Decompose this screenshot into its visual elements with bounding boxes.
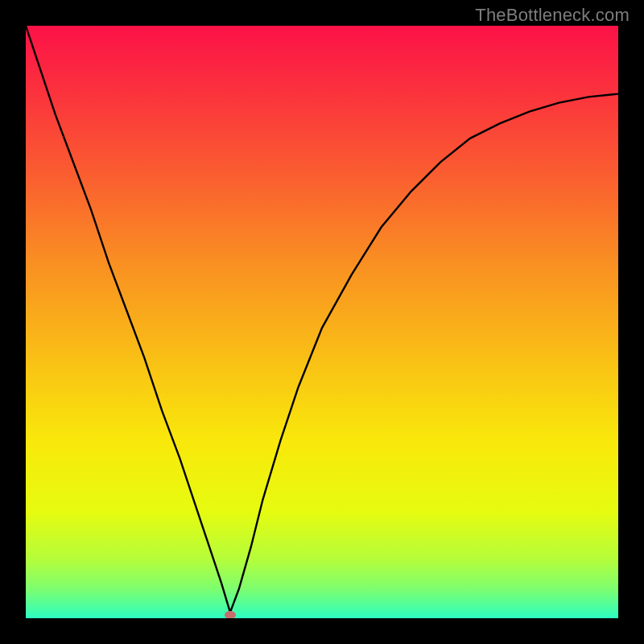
watermark-text: TheBottleneck.com — [475, 5, 630, 26]
bottleneck-curve — [26, 26, 618, 618]
curve-path — [26, 26, 618, 613]
chart-frame: TheBottleneck.com — [0, 0, 644, 644]
plot-area — [26, 26, 618, 618]
optimal-point-marker — [225, 611, 236, 618]
